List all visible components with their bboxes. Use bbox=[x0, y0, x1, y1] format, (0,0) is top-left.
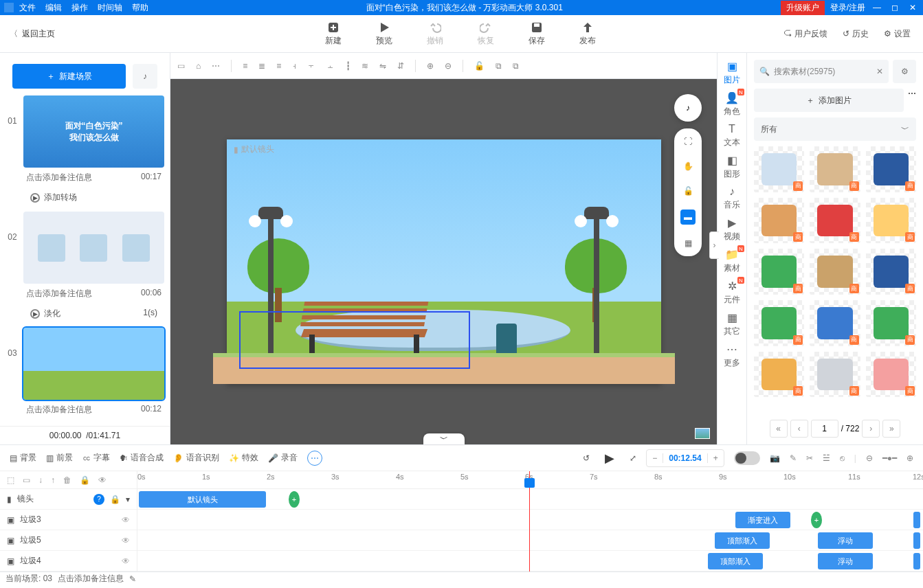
tl-zoom-in-icon[interactable]: ⊕ bbox=[907, 453, 913, 463]
up-icon[interactable]: ↑ bbox=[51, 475, 55, 485]
page-last[interactable]: » bbox=[882, 420, 900, 438]
more-menu-button[interactable]: ⋯ bbox=[908, 89, 916, 112]
eye-icon[interactable]: 👁 bbox=[122, 536, 130, 545]
tl-play-button[interactable]: ▶ bbox=[599, 451, 620, 466]
eye-all-icon[interactable]: 👁 bbox=[98, 475, 107, 485]
folder-track-icon[interactable]: ▭ bbox=[23, 475, 30, 485]
lock-icon[interactable]: 🔓 bbox=[474, 61, 485, 71]
upgrade-button[interactable]: 升级账户 bbox=[781, 1, 825, 15]
delete-track-icon[interactable]: 🗑 bbox=[63, 475, 71, 485]
tl-more-button[interactable]: ⋯ bbox=[307, 451, 322, 466]
tab-music[interactable]: ♪音乐 bbox=[718, 183, 746, 214]
tab-more[interactable]: ⋯更多 bbox=[718, 340, 746, 372]
add-keyframe-button[interactable]: + bbox=[289, 491, 300, 508]
eye-icon[interactable]: 👁 bbox=[122, 556, 130, 566]
collapse-assets-handle[interactable]: › bbox=[709, 231, 719, 259]
clip[interactable]: 顶部渐入 bbox=[708, 553, 763, 569]
clip[interactable]: 浮动 bbox=[818, 532, 873, 549]
scene-thumb[interactable] bbox=[23, 328, 164, 400]
publish-button[interactable]: 发布 bbox=[579, 21, 596, 47]
down-icon[interactable]: ↓ bbox=[38, 475, 43, 485]
scene-thumb[interactable] bbox=[23, 212, 164, 284]
zoom-out-icon[interactable]: ⊖ bbox=[445, 61, 452, 71]
zoom-in-icon[interactable]: ⊕ bbox=[427, 61, 434, 71]
menu-edit[interactable]: 编辑 bbox=[45, 2, 62, 14]
paste-icon[interactable]: ⧉ bbox=[513, 61, 519, 71]
category-select[interactable]: 所有﹀ bbox=[754, 117, 916, 141]
stage-thumbnail-icon[interactable] bbox=[695, 428, 710, 439]
page-first[interactable]: « bbox=[770, 420, 788, 438]
tab-symbol[interactable]: N✲元件 bbox=[718, 277, 746, 308]
scene-item[interactable]: 03 点击添加备注信息00:12 bbox=[5, 328, 164, 420]
hand-icon[interactable]: ✋ bbox=[682, 160, 694, 172]
menu-action[interactable]: 操作 bbox=[71, 2, 88, 14]
new-scene-button[interactable]: ＋新建场景 bbox=[12, 64, 126, 89]
time-plus[interactable]: + bbox=[707, 453, 724, 463]
asset-item[interactable]: 商 bbox=[866, 146, 916, 192]
align-right-icon[interactable]: ≡ bbox=[276, 61, 281, 71]
grid-icon[interactable]: ▦ bbox=[682, 237, 694, 249]
align-center-icon[interactable]: ≣ bbox=[258, 61, 265, 71]
maximize-button[interactable]: ◻ bbox=[889, 3, 901, 12]
asset-item[interactable]: 商 bbox=[810, 300, 860, 346]
redo-button[interactable]: 恢复 bbox=[478, 21, 494, 47]
save-button[interactable]: 保存 bbox=[529, 21, 545, 47]
scene-note[interactable]: 点击添加备注信息 bbox=[26, 404, 92, 416]
align-left-icon[interactable]: ≡ bbox=[243, 61, 247, 71]
dist-v-icon[interactable]: ≋ bbox=[362, 61, 368, 71]
asset-item[interactable]: 商 bbox=[866, 352, 916, 398]
time-minus[interactable]: − bbox=[647, 453, 663, 463]
tl-snap-toggle[interactable] bbox=[734, 451, 760, 465]
tab-asset[interactable]: N📁素材 bbox=[718, 245, 746, 277]
clip-lens[interactable]: 默认镜头 bbox=[139, 491, 266, 508]
page-input[interactable]: 1 bbox=[811, 420, 838, 438]
eye-icon[interactable]: 👁 bbox=[122, 515, 130, 525]
scene-audio-button[interactable]: ♪ bbox=[133, 64, 157, 89]
help-icon[interactable]: ? bbox=[93, 494, 104, 505]
clip[interactable]: 渐变进入 bbox=[735, 512, 790, 528]
tab-other[interactable]: ▦其它 bbox=[718, 308, 746, 340]
asset-item[interactable]: 商 bbox=[754, 146, 804, 192]
asset-item[interactable]: 商 bbox=[866, 198, 916, 244]
lock-all-icon[interactable]: 🔒 bbox=[80, 475, 90, 485]
asset-item[interactable]: 商 bbox=[810, 352, 860, 398]
tab-video[interactable]: ▶视频 bbox=[718, 214, 746, 245]
add-keyframe-button[interactable]: + bbox=[811, 512, 822, 528]
asset-item[interactable]: 商 bbox=[810, 198, 860, 244]
search-input[interactable]: 🔍搜索素材(25975)✕ bbox=[754, 60, 889, 83]
tl-cut-icon[interactable]: ✂ bbox=[806, 453, 813, 463]
scene-item[interactable]: 02 点击添加备注信息00:06 ▶淡化1(s) bbox=[5, 212, 164, 324]
tl-tts[interactable]: 🗣语音合成 bbox=[120, 452, 164, 464]
tab-shape[interactable]: ◧图形 bbox=[718, 151, 746, 183]
tl-expand-icon[interactable]: ⤢ bbox=[630, 453, 636, 463]
tl-foreground[interactable]: ▥前景 bbox=[46, 452, 73, 464]
settings-link[interactable]: ⚙设置 bbox=[884, 28, 911, 40]
track-lens[interactable]: ▮镜头?🔒▾ bbox=[0, 489, 137, 510]
asset-item[interactable]: 商 bbox=[866, 249, 916, 295]
page-next[interactable]: › bbox=[862, 420, 880, 438]
asset-item[interactable]: 商 bbox=[754, 198, 804, 244]
filter-button[interactable]: ⚙ bbox=[893, 60, 916, 83]
menu-help[interactable]: 帮助 bbox=[132, 2, 148, 14]
scene-item[interactable]: 01 面对“白色污染”我们该怎么做 点击添加备注信息00:17 ▶添加转场 bbox=[5, 95, 164, 207]
history-link[interactable]: ↺历史 bbox=[843, 28, 869, 40]
preview-button[interactable]: 预览 bbox=[376, 21, 392, 47]
asset-item[interactable]: 商 bbox=[866, 300, 916, 346]
tl-edit-icon[interactable]: ✎ bbox=[790, 453, 797, 463]
asset-item[interactable]: 商 bbox=[754, 300, 804, 346]
select-tool-icon[interactable]: ▬ bbox=[680, 210, 696, 225]
dist-h-icon[interactable]: ┇ bbox=[346, 61, 351, 71]
tl-record[interactable]: 🎤录音 bbox=[268, 452, 298, 464]
copy-icon[interactable]: ⧉ bbox=[496, 61, 502, 71]
fit-screen-icon[interactable]: ⛶ bbox=[682, 135, 694, 148]
tl-zoom-out-icon[interactable]: ⊖ bbox=[866, 453, 873, 463]
more-h-icon[interactable]: ⋯ bbox=[212, 61, 220, 71]
tab-image[interactable]: ▣图片 bbox=[718, 57, 746, 89]
new-button[interactable]: 新建 bbox=[325, 21, 342, 47]
arrange-back-icon[interactable]: ▭ bbox=[177, 61, 185, 71]
close-button[interactable]: ✕ bbox=[907, 3, 919, 12]
tl-background[interactable]: ▤背景 bbox=[10, 452, 36, 464]
tl-zoom-slider[interactable]: ━●━ bbox=[882, 453, 897, 463]
scene-note[interactable]: 点击添加备注信息 bbox=[26, 172, 92, 183]
menu-timeline[interactable]: 时间轴 bbox=[98, 2, 122, 14]
